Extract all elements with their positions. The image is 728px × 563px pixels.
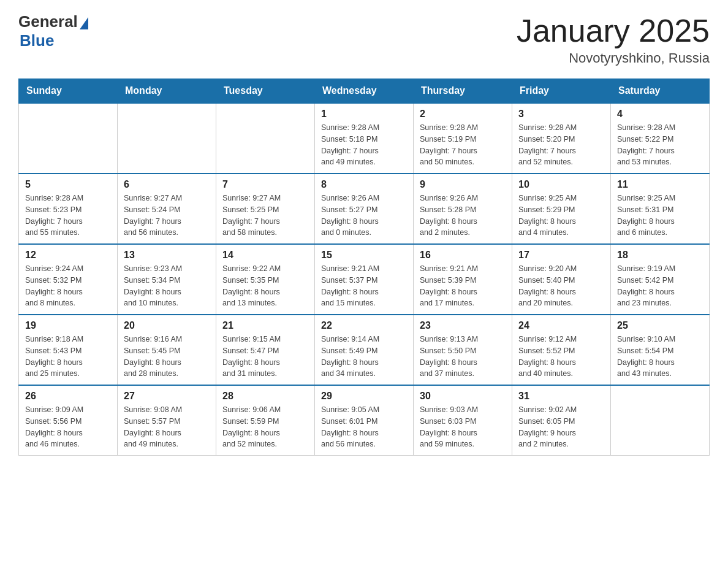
calendar-cell	[611, 385, 710, 456]
day-info: Sunrise: 9:16 AMSunset: 5:45 PMDaylight:…	[124, 334, 210, 380]
calendar-cell: 25Sunrise: 9:10 AMSunset: 5:54 PMDayligh…	[611, 315, 710, 385]
day-number: 20	[124, 320, 210, 331]
day-info: Sunrise: 9:28 AMSunset: 5:19 PMDaylight:…	[420, 122, 506, 168]
day-info: Sunrise: 9:13 AMSunset: 5:50 PMDaylight:…	[420, 334, 506, 380]
day-info: Sunrise: 9:20 AMSunset: 5:40 PMDaylight:…	[518, 263, 604, 309]
day-number: 21	[222, 320, 308, 331]
calendar-cell: 13Sunrise: 9:23 AMSunset: 5:34 PMDayligh…	[118, 244, 216, 315]
calendar-table: SundayMondayTuesdayWednesdayThursdayFrid…	[18, 79, 710, 456]
day-number: 13	[124, 250, 210, 261]
calendar-cell: 12Sunrise: 9:24 AMSunset: 5:32 PMDayligh…	[19, 244, 118, 315]
day-number: 2	[420, 109, 506, 120]
day-number: 5	[25, 179, 111, 190]
day-of-week-wednesday: Wednesday	[315, 79, 414, 104]
day-info: Sunrise: 9:28 AMSunset: 5:18 PMDaylight:…	[321, 122, 407, 168]
calendar-cell: 4Sunrise: 9:28 AMSunset: 5:22 PMDaylight…	[611, 103, 710, 174]
calendar-body: 1Sunrise: 9:28 AMSunset: 5:18 PMDaylight…	[19, 103, 710, 456]
day-number: 15	[321, 250, 407, 261]
calendar-cell: 30Sunrise: 9:03 AMSunset: 6:03 PMDayligh…	[414, 385, 512, 456]
day-info: Sunrise: 9:18 AMSunset: 5:43 PMDaylight:…	[25, 334, 111, 380]
day-info: Sunrise: 9:03 AMSunset: 6:03 PMDaylight:…	[420, 404, 506, 450]
day-info: Sunrise: 9:28 AMSunset: 5:23 PMDaylight:…	[25, 193, 111, 239]
day-of-week-thursday: Thursday	[414, 79, 512, 104]
logo-triangle-icon	[80, 17, 88, 29]
calendar-week-4: 19Sunrise: 9:18 AMSunset: 5:43 PMDayligh…	[19, 315, 710, 385]
calendar-cell: 8Sunrise: 9:26 AMSunset: 5:27 PMDaylight…	[315, 174, 414, 244]
calendar-cell: 21Sunrise: 9:15 AMSunset: 5:47 PMDayligh…	[216, 315, 315, 385]
title-section: January 2025 Novotyryshkino, Russia	[517, 12, 710, 66]
day-number: 26	[25, 391, 111, 402]
calendar-cell: 9Sunrise: 9:26 AMSunset: 5:28 PMDaylight…	[414, 174, 512, 244]
calendar-cell: 22Sunrise: 9:14 AMSunset: 5:49 PMDayligh…	[315, 315, 414, 385]
calendar-title: January 2025	[517, 12, 710, 49]
calendar-cell: 18Sunrise: 9:19 AMSunset: 5:42 PMDayligh…	[611, 244, 710, 315]
day-of-week-tuesday: Tuesday	[216, 79, 315, 104]
day-number: 10	[518, 179, 604, 190]
calendar-cell: 24Sunrise: 9:12 AMSunset: 5:52 PMDayligh…	[512, 315, 611, 385]
day-info: Sunrise: 9:05 AMSunset: 6:01 PMDaylight:…	[321, 404, 407, 450]
day-info: Sunrise: 9:24 AMSunset: 5:32 PMDaylight:…	[25, 263, 111, 309]
day-info: Sunrise: 9:15 AMSunset: 5:47 PMDaylight:…	[222, 334, 308, 380]
day-info: Sunrise: 9:25 AMSunset: 5:31 PMDaylight:…	[617, 193, 703, 239]
calendar-cell: 2Sunrise: 9:28 AMSunset: 5:19 PMDaylight…	[414, 103, 512, 174]
day-number: 12	[25, 250, 111, 261]
day-info: Sunrise: 9:28 AMSunset: 5:22 PMDaylight:…	[617, 122, 703, 168]
calendar-cell: 15Sunrise: 9:21 AMSunset: 5:37 PMDayligh…	[315, 244, 414, 315]
day-number: 28	[222, 391, 308, 402]
calendar-week-2: 5Sunrise: 9:28 AMSunset: 5:23 PMDaylight…	[19, 174, 710, 244]
day-number: 30	[420, 391, 506, 402]
day-number: 24	[518, 320, 604, 331]
day-number: 29	[321, 391, 407, 402]
calendar-week-1: 1Sunrise: 9:28 AMSunset: 5:18 PMDaylight…	[19, 103, 710, 174]
calendar-cell: 26Sunrise: 9:09 AMSunset: 5:56 PMDayligh…	[19, 385, 118, 456]
day-info: Sunrise: 9:26 AMSunset: 5:28 PMDaylight:…	[420, 193, 506, 239]
calendar-cell	[216, 103, 315, 174]
logo-general-text: General	[18, 12, 78, 31]
day-number: 9	[420, 179, 506, 190]
calendar-cell: 29Sunrise: 9:05 AMSunset: 6:01 PMDayligh…	[315, 385, 414, 456]
day-info: Sunrise: 9:06 AMSunset: 5:59 PMDaylight:…	[222, 404, 308, 450]
calendar-cell	[118, 103, 216, 174]
day-of-week-sunday: Sunday	[19, 79, 118, 104]
calendar-cell	[19, 103, 118, 174]
day-number: 31	[518, 391, 604, 402]
calendar-cell: 1Sunrise: 9:28 AMSunset: 5:18 PMDaylight…	[315, 103, 414, 174]
calendar-week-3: 12Sunrise: 9:24 AMSunset: 5:32 PMDayligh…	[19, 244, 710, 315]
calendar-header: SundayMondayTuesdayWednesdayThursdayFrid…	[19, 79, 710, 104]
calendar-cell: 28Sunrise: 9:06 AMSunset: 5:59 PMDayligh…	[216, 385, 315, 456]
day-number: 22	[321, 320, 407, 331]
calendar-subtitle: Novotyryshkino, Russia	[517, 50, 710, 66]
day-info: Sunrise: 9:19 AMSunset: 5:42 PMDaylight:…	[617, 263, 703, 309]
calendar-cell: 23Sunrise: 9:13 AMSunset: 5:50 PMDayligh…	[414, 315, 512, 385]
day-of-week-friday: Friday	[512, 79, 611, 104]
day-info: Sunrise: 9:08 AMSunset: 5:57 PMDaylight:…	[124, 404, 210, 450]
day-number: 16	[420, 250, 506, 261]
day-of-week-monday: Monday	[118, 79, 216, 104]
calendar-cell: 19Sunrise: 9:18 AMSunset: 5:43 PMDayligh…	[19, 315, 118, 385]
calendar-cell: 7Sunrise: 9:27 AMSunset: 5:25 PMDaylight…	[216, 174, 315, 244]
day-info: Sunrise: 9:25 AMSunset: 5:29 PMDaylight:…	[518, 193, 604, 239]
calendar-cell: 31Sunrise: 9:02 AMSunset: 6:05 PMDayligh…	[512, 385, 611, 456]
day-number: 18	[617, 250, 703, 261]
day-number: 8	[321, 179, 407, 190]
day-number: 6	[124, 179, 210, 190]
day-number: 19	[25, 320, 111, 331]
logo-blue-text: Blue	[20, 31, 54, 50]
day-info: Sunrise: 9:12 AMSunset: 5:52 PMDaylight:…	[518, 334, 604, 380]
day-info: Sunrise: 9:21 AMSunset: 5:39 PMDaylight:…	[420, 263, 506, 309]
day-number: 4	[617, 109, 703, 120]
calendar-cell: 5Sunrise: 9:28 AMSunset: 5:23 PMDaylight…	[19, 174, 118, 244]
day-number: 27	[124, 391, 210, 402]
calendar-cell: 16Sunrise: 9:21 AMSunset: 5:39 PMDayligh…	[414, 244, 512, 315]
days-of-week-row: SundayMondayTuesdayWednesdayThursdayFrid…	[19, 79, 710, 104]
day-info: Sunrise: 9:26 AMSunset: 5:27 PMDaylight:…	[321, 193, 407, 239]
calendar-cell: 10Sunrise: 9:25 AMSunset: 5:29 PMDayligh…	[512, 174, 611, 244]
day-info: Sunrise: 9:27 AMSunset: 5:25 PMDaylight:…	[222, 193, 308, 239]
day-number: 14	[222, 250, 308, 261]
day-number: 3	[518, 109, 604, 120]
day-number: 23	[420, 320, 506, 331]
calendar-week-5: 26Sunrise: 9:09 AMSunset: 5:56 PMDayligh…	[19, 385, 710, 456]
day-number: 25	[617, 320, 703, 331]
calendar-cell: 27Sunrise: 9:08 AMSunset: 5:57 PMDayligh…	[118, 385, 216, 456]
day-info: Sunrise: 9:23 AMSunset: 5:34 PMDaylight:…	[124, 263, 210, 309]
